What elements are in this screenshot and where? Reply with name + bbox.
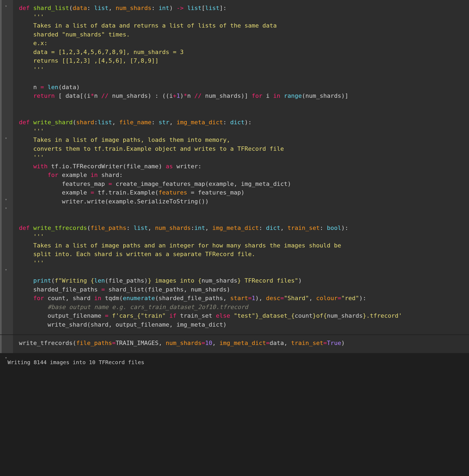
operator: =: [338, 295, 341, 301]
code-editor[interactable]: def shard_list(data: list, num_shards: i…: [13, 0, 406, 334]
code-text: (num_shards)]: [302, 92, 348, 99]
operator: +: [173, 92, 177, 99]
code-text: ),: [255, 295, 266, 301]
builtin: enumerate: [123, 295, 155, 301]
docstring: ''': [19, 233, 44, 240]
string: }: [363, 312, 366, 319]
type: bool: [327, 224, 341, 231]
code-text: (file_paths): [105, 277, 148, 284]
kwarg: num_shards: [166, 340, 201, 346]
fold-marker[interactable]: ▾: [5, 197, 7, 202]
code-text: write_tfrecords(: [19, 340, 76, 346]
builtin: print: [33, 277, 51, 284]
code-text: features_map: [19, 180, 108, 187]
keyword-for: for: [48, 172, 58, 178]
operator: =: [105, 312, 108, 319]
docstring: sharded "num_shards" times.: [19, 31, 130, 38]
keyword-for: for: [33, 295, 44, 301]
string: {: [91, 277, 94, 284]
code-text: example: [58, 172, 91, 178]
string: .tfrecord': [366, 312, 402, 319]
code-editor[interactable]: write_tfrecords(file_paths=TRAIN_IMAGES,…: [13, 335, 349, 353]
code-text: sharded_file_paths: [19, 286, 101, 293]
string: "test": [234, 312, 255, 319]
docstring: Takes in a list of image paths and an in…: [19, 242, 341, 249]
code-text: write_shard(shard, output_filename, img_…: [19, 321, 227, 328]
code-text: n: [94, 92, 101, 99]
keyword-if: if: [166, 312, 180, 319]
operator: =: [323, 340, 327, 346]
operator: =: [91, 189, 94, 196]
code-text: (sharded_file_paths,: [155, 295, 230, 301]
fold-marker[interactable]: ▾: [5, 4, 7, 8]
string: "red": [341, 295, 359, 301]
keyword-for: for: [252, 92, 262, 99]
code-text: ,: [309, 295, 316, 301]
kwarg: desc: [266, 295, 280, 301]
code-text: num_shards: [202, 277, 237, 284]
function-name: write_tfrecords: [33, 224, 87, 231]
code-text: tqdm(: [101, 295, 123, 301]
keyword-return: return: [33, 92, 55, 99]
fold-marker[interactable]: ▾: [5, 136, 7, 140]
code-text: num_shards: [327, 312, 362, 319]
kwarg: features: [159, 189, 187, 196]
operator: *: [91, 92, 94, 99]
docstring: Takes in a list of image paths, loads th…: [19, 136, 230, 143]
code-text: ): [180, 92, 184, 99]
code-cell-2: write_tfrecords(file_paths=TRAIN_IMAGES,…: [0, 335, 469, 353]
fold-marker[interactable]: ▾: [5, 356, 7, 360]
gutter[interactable]: [0, 335, 13, 353]
operator: =: [266, 340, 270, 346]
docstring: ''': [19, 260, 44, 266]
number: 1: [177, 92, 180, 99]
code-text: count: [295, 312, 312, 319]
fold-marker[interactable]: ▾: [5, 206, 7, 210]
code-text: data,: [270, 340, 291, 346]
docstring: ''': [19, 66, 44, 73]
code-text: tf.train.Example(: [94, 189, 158, 196]
kwarg: file_paths: [76, 340, 112, 346]
gutter[interactable]: ▾ ▾ ▾ ▾ ▾ ▾: [0, 0, 13, 334]
keyword-def: def: [19, 5, 30, 11]
code-text: num_shards) : ((i: [108, 92, 173, 99]
docstring: ''': [19, 154, 44, 161]
fold-marker[interactable]: ▾: [5, 267, 7, 272]
type: list: [134, 224, 148, 231]
param: file_paths: [91, 224, 126, 231]
type: str: [159, 119, 169, 126]
type: list: [94, 5, 108, 11]
operator: =: [248, 295, 252, 301]
string: }: [148, 277, 151, 284]
code-text: ):: [359, 295, 366, 301]
string: f"Writing: [55, 277, 90, 284]
param: data: [73, 5, 87, 11]
keyword-in: in: [91, 172, 98, 178]
param: img_meta_dict: [212, 224, 259, 231]
number: 1: [252, 295, 255, 301]
code-text: features_map): [198, 189, 244, 196]
operator: =: [280, 295, 284, 301]
code-text: create_image_features_map(example, img_m…: [112, 180, 291, 187]
code-text: output_filename: [19, 312, 105, 319]
keyword-def: def: [19, 224, 30, 231]
kwarg: train_set: [291, 340, 323, 346]
output-line: Writing 8144 images into 10 TFRecord fil…: [8, 359, 461, 366]
cell-output: Writing 8144 images into 10 TFRecord fil…: [0, 354, 469, 373]
string: }: [312, 312, 316, 319]
param: num_shards: [116, 5, 151, 11]
code-text: example: [19, 189, 91, 196]
param: img_meta_dict: [177, 119, 223, 126]
string: }: [237, 277, 241, 284]
param: file_name: [119, 119, 151, 126]
type: list: [187, 5, 202, 11]
type: dict: [266, 224, 280, 231]
operator: =: [40, 84, 44, 90]
type: list: [98, 119, 112, 126]
type: int: [159, 5, 169, 11]
string: {: [137, 312, 141, 319]
docstring: ''': [19, 128, 44, 135]
type: dict: [230, 119, 245, 126]
code-text: ,: [212, 340, 219, 346]
code-text: i: [262, 92, 273, 99]
